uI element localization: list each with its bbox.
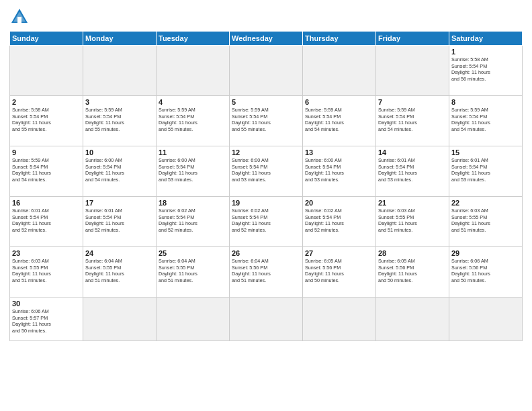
day-info: Sunrise: 5:59 AM Sunset: 5:54 PM Dayligh… [451,107,520,133]
calendar-day-16: 16Sunrise: 6:01 AM Sunset: 5:54 PM Dayli… [10,197,83,247]
day-number: 17 [85,199,154,207]
calendar-day-17: 17Sunrise: 6:01 AM Sunset: 5:54 PM Dayli… [83,197,157,247]
calendar-day-25: 25Sunrise: 6:04 AM Sunset: 5:55 PM Dayli… [157,247,230,298]
day-info: Sunrise: 6:05 AM Sunset: 5:56 PM Dayligh… [305,258,373,284]
calendar-day-12: 12Sunrise: 6:00 AM Sunset: 5:54 PM Dayli… [230,146,303,197]
day-info: Sunrise: 6:00 AM Sunset: 5:54 PM Dayligh… [85,157,154,183]
day-info: Sunrise: 5:59 AM Sunset: 5:54 PM Dayligh… [305,107,373,133]
calendar-week-row-0: 1Sunrise: 5:58 AM Sunset: 5:54 PM Daylig… [10,46,523,96]
calendar-day-14: 14Sunrise: 6:01 AM Sunset: 5:54 PM Dayli… [376,146,449,197]
weekday-header-thursday: Thursday [303,32,376,46]
calendar-day-6: 6Sunrise: 5:59 AM Sunset: 5:54 PM Daylig… [303,96,376,146]
calendar-week-row-3: 16Sunrise: 6:01 AM Sunset: 5:54 PM Dayli… [10,197,523,247]
calendar-day-7: 7Sunrise: 5:59 AM Sunset: 5:54 PM Daylig… [376,96,449,146]
calendar-day-9: 9Sunrise: 5:59 AM Sunset: 5:54 PM Daylig… [10,146,83,197]
day-number: 7 [378,98,447,106]
day-info: Sunrise: 6:01 AM Sunset: 5:54 PM Dayligh… [12,208,81,234]
day-number: 24 [85,249,154,257]
day-info: Sunrise: 5:58 AM Sunset: 5:54 PM Dayligh… [451,56,520,83]
day-info: Sunrise: 6:06 AM Sunset: 5:56 PM Dayligh… [451,258,520,284]
calendar-day-19: 19Sunrise: 6:02 AM Sunset: 5:54 PM Dayli… [230,197,303,247]
day-number: 22 [451,199,520,207]
day-info: Sunrise: 6:01 AM Sunset: 5:54 PM Dayligh… [378,157,447,183]
calendar-day-23: 23Sunrise: 6:03 AM Sunset: 5:55 PM Dayli… [10,247,83,298]
day-number: 28 [378,249,447,257]
day-info: Sunrise: 6:01 AM Sunset: 5:54 PM Dayligh… [85,208,154,234]
logo-icon [9,7,30,27]
day-info: Sunrise: 6:02 AM Sunset: 5:54 PM Dayligh… [305,208,373,234]
day-info: Sunrise: 5:59 AM Sunset: 5:54 PM Dayligh… [85,107,154,133]
calendar-day-empty [83,298,157,341]
day-number: 29 [451,249,520,257]
calendar-day-empty [449,298,523,341]
calendar-day-empty [230,298,303,341]
weekday-header-tuesday: Tuesday [157,32,230,46]
calendar-day-26: 26Sunrise: 6:04 AM Sunset: 5:56 PM Dayli… [230,247,303,298]
day-info: Sunrise: 6:00 AM Sunset: 5:54 PM Dayligh… [159,157,227,183]
day-number: 6 [305,98,373,106]
day-info: Sunrise: 6:04 AM Sunset: 5:56 PM Dayligh… [232,258,300,284]
day-number: 12 [232,148,300,156]
day-info: Sunrise: 5:59 AM Sunset: 5:54 PM Dayligh… [232,107,300,133]
day-info: Sunrise: 6:04 AM Sunset: 5:55 PM Dayligh… [159,258,227,284]
calendar-day-18: 18Sunrise: 6:02 AM Sunset: 5:54 PM Dayli… [157,197,230,247]
day-number: 11 [159,148,227,156]
day-info: Sunrise: 6:06 AM Sunset: 5:57 PM Dayligh… [12,308,81,334]
day-info: Sunrise: 5:59 AM Sunset: 5:54 PM Dayligh… [378,107,447,133]
day-number: 10 [85,148,154,156]
day-number: 26 [232,249,300,257]
calendar-day-empty [10,46,83,96]
day-number: 27 [305,249,373,257]
day-number: 3 [85,98,154,106]
day-info: Sunrise: 6:03 AM Sunset: 5:55 PM Dayligh… [451,208,520,234]
day-info: Sunrise: 6:02 AM Sunset: 5:54 PM Dayligh… [232,208,300,234]
calendar-week-row-4: 23Sunrise: 6:03 AM Sunset: 5:55 PM Dayli… [10,247,523,298]
calendar-day-21: 21Sunrise: 6:03 AM Sunset: 5:55 PM Dayli… [376,197,449,247]
weekday-header-row: SundayMondayTuesdayWednesdayThursdayFrid… [10,32,523,46]
calendar-day-4: 4Sunrise: 5:59 AM Sunset: 5:54 PM Daylig… [157,96,230,146]
calendar-day-13: 13Sunrise: 6:00 AM Sunset: 5:54 PM Dayli… [303,146,376,197]
calendar-day-10: 10Sunrise: 6:00 AM Sunset: 5:54 PM Dayli… [83,146,157,197]
day-number: 18 [159,199,227,207]
calendar-day-2: 2Sunrise: 5:58 AM Sunset: 5:54 PM Daylig… [10,96,83,146]
calendar-day-empty [303,298,376,341]
day-info: Sunrise: 6:01 AM Sunset: 5:54 PM Dayligh… [451,157,520,183]
calendar-day-15: 15Sunrise: 6:01 AM Sunset: 5:54 PM Dayli… [449,146,523,197]
day-info: Sunrise: 5:59 AM Sunset: 5:54 PM Dayligh… [159,107,227,133]
day-info: Sunrise: 6:03 AM Sunset: 5:55 PM Dayligh… [378,208,447,234]
day-number: 20 [305,199,373,207]
calendar-week-row-2: 9Sunrise: 5:59 AM Sunset: 5:54 PM Daylig… [10,146,523,197]
weekday-header-wednesday: Wednesday [230,32,303,46]
logo [9,7,32,27]
calendar-day-30: 30Sunrise: 6:06 AM Sunset: 5:57 PM Dayli… [10,298,83,341]
header [9,7,523,27]
weekday-header-friday: Friday [376,32,449,46]
weekday-header-saturday: Saturday [449,32,523,46]
calendar-day-29: 29Sunrise: 6:06 AM Sunset: 5:56 PM Dayli… [449,247,523,298]
calendar-day-8: 8Sunrise: 5:59 AM Sunset: 5:54 PM Daylig… [449,96,523,146]
calendar-day-5: 5Sunrise: 5:59 AM Sunset: 5:54 PM Daylig… [230,96,303,146]
calendar-day-empty [157,46,230,96]
weekday-header-monday: Monday [83,32,157,46]
day-number: 13 [305,148,373,156]
calendar: SundayMondayTuesdayWednesdayThursdayFrid… [9,31,523,341]
day-info: Sunrise: 6:03 AM Sunset: 5:55 PM Dayligh… [12,258,81,284]
day-number: 15 [451,148,520,156]
day-info: Sunrise: 6:02 AM Sunset: 5:54 PM Dayligh… [159,208,227,234]
day-number: 2 [12,98,81,106]
day-info: Sunrise: 5:58 AM Sunset: 5:54 PM Dayligh… [12,107,81,133]
calendar-day-11: 11Sunrise: 6:00 AM Sunset: 5:54 PM Dayli… [157,146,230,197]
day-number: 19 [232,199,300,207]
day-number: 14 [378,148,447,156]
day-number: 4 [159,98,227,106]
calendar-day-empty [230,46,303,96]
calendar-day-empty [303,46,376,96]
calendar-day-20: 20Sunrise: 6:02 AM Sunset: 5:54 PM Dayli… [303,197,376,247]
day-number: 5 [232,98,300,106]
day-number: 30 [12,300,81,308]
day-info: Sunrise: 6:00 AM Sunset: 5:54 PM Dayligh… [232,157,300,183]
day-info: Sunrise: 5:59 AM Sunset: 5:54 PM Dayligh… [12,157,81,183]
calendar-day-24: 24Sunrise: 6:04 AM Sunset: 5:55 PM Dayli… [83,247,157,298]
day-info: Sunrise: 6:00 AM Sunset: 5:54 PM Dayligh… [305,157,373,183]
weekday-header-sunday: Sunday [10,32,83,46]
